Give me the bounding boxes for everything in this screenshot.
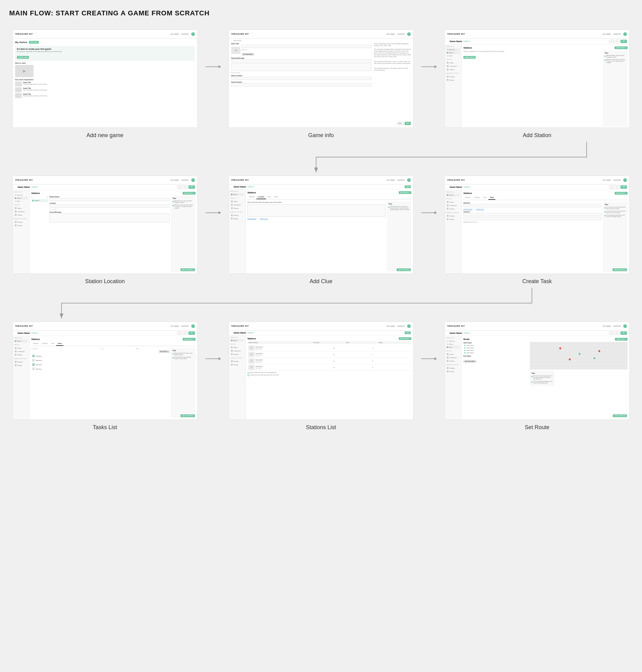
sl-settings[interactable]: Settings — [14, 224, 28, 227]
ac-save-btn[interactable]: SAVE & CONTINUE — [397, 268, 411, 271]
avatar-3[interactable] — [623, 32, 627, 36]
ct-gallery[interactable]: Gallery — [446, 201, 460, 204]
save-stl[interactable]: SAVE — [405, 332, 411, 334]
save-tl[interactable]: SAVE — [189, 332, 195, 335]
ac-input-clue[interactable] — [247, 204, 386, 217]
nav-mygames[interactable]: MY GAMES — [171, 33, 179, 35]
play-icon[interactable]: ▶ — [23, 69, 26, 73]
input-game-duration[interactable] — [231, 83, 372, 86]
save-ct[interactable]: SAVE — [620, 185, 627, 189]
tab-tasks-tl[interactable]: Tasks — [56, 342, 63, 346]
add-station-btn[interactable]: ADD STATION ▼ — [615, 47, 628, 49]
nav-mygames-stl[interactable]: MY GAMES — [386, 325, 395, 327]
setup-game-info[interactable]: Game Info — [446, 48, 460, 51]
sidebar-gallery[interactable]: Gallery — [446, 61, 460, 64]
tab-clue-ac[interactable]: Clue — [266, 195, 272, 198]
ac-setup-stations[interactable]: Stations — [230, 193, 244, 196]
nav-mygames-ac[interactable]: MY GAMES — [386, 179, 395, 181]
avatar-tl[interactable] — [191, 324, 195, 328]
stl-settings[interactable]: Settings — [230, 363, 244, 366]
tl-branding[interactable]: Branding — [14, 360, 28, 363]
ct-setup-stations[interactable]: Stations — [446, 194, 460, 196]
sl-setup-stations[interactable]: Stations — [14, 197, 28, 199]
sl-gallery[interactable]: Gallery — [14, 207, 28, 210]
nav-mygames-2[interactable]: MY GAMES — [386, 33, 395, 35]
sidebar-leaderboard[interactable]: Leaderboard — [446, 65, 460, 68]
add-end-game-btn[interactable]: ADD END GAME — [463, 360, 476, 363]
back-ac[interactable]: ← — [231, 186, 233, 188]
preview-sr[interactable]: ⬡ — [615, 332, 619, 335]
sidebar-branding[interactable]: Branding — [446, 75, 460, 78]
setup-route[interactable]: Route — [446, 54, 460, 57]
sidebar-settings[interactable]: Settings — [446, 78, 460, 81]
sl-setup-info[interactable]: Game Info — [14, 194, 28, 196]
sr-branding[interactable]: Branding — [446, 366, 460, 370]
sidebar-statistics[interactable]: Statistics — [446, 68, 460, 71]
tab-stations-tl[interactable]: Stations — [31, 342, 40, 345]
nav-mygames-sr[interactable]: MY GAMES — [603, 325, 611, 327]
ac-branding[interactable]: Branding — [230, 214, 244, 217]
nav-support-ct[interactable]: SUPPORT — [613, 179, 621, 181]
nav-support[interactable]: SUPPORT — [181, 33, 189, 35]
input-opening-body[interactable] — [231, 63, 372, 71]
tab-location-tl[interactable]: Location — [40, 342, 49, 345]
sr-setup-gameinfo[interactable]: Game Info — [446, 340, 460, 343]
stl-leaderboard[interactable]: Leaderboard — [230, 349, 244, 352]
nav-support-ac[interactable]: SUPPORT — [397, 179, 405, 181]
nav-support-stl[interactable]: SUPPORT — [397, 325, 405, 327]
create-game-btn[interactable]: CREATE GAME — [17, 56, 29, 59]
input-game-location[interactable] — [231, 77, 372, 80]
tab-tasks-ac[interactable]: Tasks — [273, 195, 280, 198]
ct-input-question[interactable] — [463, 204, 602, 207]
avatar-sr[interactable] — [623, 324, 627, 328]
photo-placeholder[interactable]: 🖼 — [231, 47, 241, 54]
share-sl[interactable]: ⊙ — [177, 185, 182, 189]
add-station-btn-stl[interactable]: ADD STATION ▼ — [399, 337, 412, 340]
station-row-4[interactable]: 🖼 Station Name Location address Create 3… — [247, 364, 412, 371]
nav-support-tl[interactable]: SUPPORT — [181, 325, 189, 327]
ct-input-answer2[interactable] — [463, 217, 602, 220]
preview-tl[interactable]: ⬡ — [183, 332, 188, 335]
nav-mygames-tl[interactable]: MY GAMES — [171, 325, 179, 327]
back-arrow-sl[interactable]: ← — [15, 186, 17, 188]
sl-input-location[interactable] — [50, 204, 170, 207]
tl-save-btn[interactable]: SAVE & CONTINUE — [180, 414, 195, 417]
tab-location-ac[interactable]: Location — [256, 195, 266, 199]
nav-support-3[interactable]: SUPPORT — [613, 33, 621, 35]
input-game-title[interactable] — [242, 45, 372, 48]
sr-setup-route[interactable]: Route — [446, 346, 460, 349]
stl-setup-stations[interactable]: Stations — [230, 339, 244, 342]
avatar[interactable] — [191, 32, 195, 36]
sl-add-icon[interactable]: + — [47, 196, 48, 198]
save-sr[interactable]: SAVE — [620, 332, 627, 335]
new-game-button[interactable]: NEW GAME — [29, 41, 39, 44]
tab-location-ct[interactable]: Location — [472, 196, 481, 199]
sr-leaderboard[interactable]: Leaderboard — [446, 356, 460, 359]
ac-leaderboard[interactable]: Leaderboard — [230, 203, 244, 206]
sl-station-item[interactable]: Station 1 — [31, 199, 48, 202]
sl-branding[interactable]: Branding — [14, 220, 28, 223]
avatar-sl[interactable] — [191, 178, 195, 182]
ac-statistics[interactable]: Statistics — [230, 207, 244, 210]
preview-ct[interactable]: ⬡ — [615, 185, 619, 189]
ct-branding[interactable]: Branding — [446, 214, 460, 217]
tab-clue-ct[interactable]: Clue — [482, 196, 488, 199]
sr-settings[interactable]: Settings — [446, 370, 460, 373]
ct-save-btn[interactable]: SAVE & CONTINUE — [613, 268, 627, 271]
nav-mygames-3[interactable]: MY GAMES — [603, 33, 611, 35]
avatar-2[interactable] — [407, 32, 411, 36]
ct-attach-image[interactable]: ATTACH IMAGE — [463, 208, 472, 210]
avatar-ac[interactable] — [407, 178, 411, 182]
next-btn-game-info[interactable]: NEXT — [405, 122, 411, 125]
share-tl[interactable]: ⊙ — [177, 332, 182, 335]
stl-statistics[interactable]: Statistics — [230, 353, 244, 356]
back-arrow-3[interactable]: ← — [447, 41, 449, 42]
sl-save-btn[interactable]: SAVE & CONTINUE — [180, 268, 195, 271]
nav-mygames-sl[interactable]: MY GAMES — [171, 179, 179, 181]
sl-leaderboard[interactable]: Leaderboard — [14, 210, 28, 213]
save-ac[interactable]: SAVE — [405, 185, 411, 188]
stl-gallery[interactable]: Gallery — [230, 346, 244, 349]
game-station-btn[interactable]: GAME STATION — [463, 56, 476, 59]
tl-leaderboard[interactable]: Leaderboard — [14, 350, 28, 353]
back-sr[interactable]: ← — [447, 332, 449, 334]
